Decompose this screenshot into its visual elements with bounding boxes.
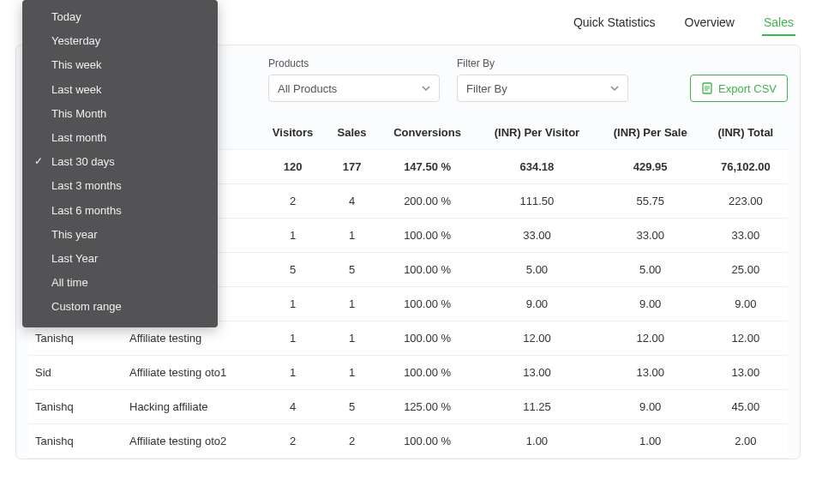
tab-quick-statistics[interactable]: Quick Statistics — [572, 10, 657, 36]
col-sales: Sales — [326, 116, 378, 150]
col-per-visitor: (INR) Per Visitor — [477, 116, 597, 150]
products-select[interactable]: All Products — [268, 75, 440, 102]
date-range-option[interactable]: Last Year — [22, 247, 218, 271]
date-range-option[interactable]: This Month — [22, 102, 218, 126]
date-range-option[interactable]: Custom range — [22, 295, 218, 319]
date-range-option[interactable]: Last week — [22, 78, 218, 102]
filterby-select[interactable]: Filter By — [457, 75, 628, 102]
export-csv-label: Export CSV — [718, 82, 777, 95]
filterby-label: Filter By — [457, 57, 628, 69]
date-range-option[interactable]: Last 6 months — [22, 199, 218, 223]
products-label: Products — [268, 57, 440, 69]
date-range-option[interactable]: Last 30 days — [22, 150, 218, 174]
date-range-menu[interactable]: TodayYesterdayThis weekLast weekThis Mon… — [22, 0, 218, 327]
date-range-option[interactable]: This year — [22, 223, 218, 247]
col-conversions: Conversions — [378, 116, 477, 150]
date-range-option[interactable]: This week — [22, 53, 218, 77]
chevron-down-icon — [422, 84, 430, 93]
filterby-select-value: Filter By — [466, 82, 507, 95]
date-range-option[interactable]: Last 3 months — [22, 174, 218, 198]
date-range-option[interactable]: All time — [22, 271, 218, 295]
table-row: TanishqHacking affiliate45125.00 %11.259… — [28, 390, 788, 424]
document-icon — [701, 82, 713, 94]
export-csv-button[interactable]: Export CSV — [690, 75, 788, 102]
table-row: TanishqAffiliate testing oto222100.00 %1… — [28, 424, 788, 459]
products-select-value: All Products — [278, 82, 337, 95]
tab-overview[interactable]: Overview — [683, 10, 736, 36]
date-range-option[interactable]: Last month — [22, 126, 218, 150]
tab-sales[interactable]: Sales — [762, 10, 795, 36]
col-visitors: Visitors — [260, 116, 326, 150]
table-row: SidAffiliate testing oto111100.00 %13.00… — [28, 356, 788, 390]
date-range-option[interactable]: Yesterday — [22, 29, 218, 53]
col-per-sale: (INR) Per Sale — [597, 116, 704, 150]
date-range-option[interactable]: Today — [22, 5, 218, 29]
col-total: (INR) Total — [704, 116, 788, 150]
chevron-down-icon — [610, 84, 619, 93]
